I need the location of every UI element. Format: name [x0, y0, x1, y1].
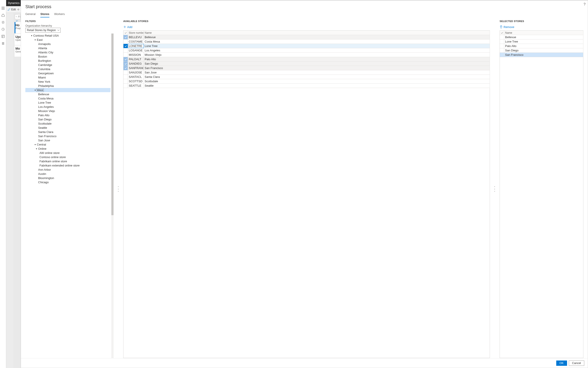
tree-node[interactable]: Lone Tree	[25, 101, 110, 105]
row-checkbox[interactable]	[123, 39, 128, 44]
tab-workers[interactable]: Workers	[54, 12, 65, 18]
row-checkbox[interactable]	[123, 70, 128, 74]
available-row[interactable]: LOSANGELos Angeles	[123, 48, 490, 53]
selected-row[interactable]: San Francisco	[500, 53, 583, 57]
nav-home-icon[interactable]	[0, 13, 6, 17]
row-checkbox[interactable]	[500, 44, 504, 48]
help-button[interactable]: ?	[584, 2, 586, 6]
row-checkbox[interactable]	[123, 48, 128, 53]
nav-favorite-icon[interactable]	[0, 20, 6, 24]
tree-node[interactable]: Bloomington	[25, 176, 110, 180]
tree-node[interactable]: Santa Clara	[25, 130, 110, 134]
tree-node[interactable]: Scottsdale	[25, 121, 110, 126]
tree-node[interactable]: Philadelphia	[25, 84, 110, 88]
selected-row[interactable]: Lone Tree	[500, 39, 583, 44]
tree-scrollbar-thumb[interactable]	[111, 34, 114, 215]
tree-node[interactable]: San Jose	[25, 138, 110, 142]
col-name[interactable]: Name	[504, 31, 583, 35]
org-hierarchy-dropdown[interactable]: Retail Stores by Region	[25, 28, 61, 33]
bg-card[interactable]: HoPrep	[15, 22, 21, 34]
row-checkbox[interactable]	[500, 39, 504, 44]
available-row[interactable]: MISSIONMission Viejo	[123, 53, 490, 57]
header-checkbox[interactable]	[500, 31, 504, 35]
tree-node[interactable]: Seattle	[25, 126, 110, 130]
tree-node[interactable]: Mission Viejo	[25, 109, 110, 113]
edit-button[interactable]: Edit	[8, 8, 16, 11]
tree-node[interactable]: Georgetown	[25, 71, 110, 75]
tab-stores[interactable]: Stores	[40, 12, 49, 18]
tree-node[interactable]: Annapolis	[25, 42, 110, 46]
tree-node[interactable]: Fabrikam extended online store	[25, 163, 110, 168]
tree-node[interactable]: Burlington	[25, 59, 110, 63]
row-checkbox[interactable]	[123, 62, 128, 66]
tree-node[interactable]: ▾Central	[25, 142, 110, 147]
bg-card[interactable]: UpcUpda	[15, 34, 21, 45]
nav-menu-icon[interactable]	[0, 6, 6, 10]
available-row[interactable]: SCOTTSDScottsdale	[123, 79, 490, 83]
available-row[interactable]: SANDIEGSan Diego	[123, 62, 490, 66]
nav-recent-icon[interactable]	[0, 27, 6, 31]
tree-node[interactable]: Contoso online store	[25, 155, 110, 159]
available-row[interactable]: LONETRELone Tree	[123, 44, 490, 48]
tree-node[interactable]: Miami	[25, 75, 110, 80]
tree-scrollbar[interactable]	[111, 34, 114, 358]
col-store-number[interactable]: Store number	[128, 31, 144, 35]
tree-node[interactable]: ▾Contoso Retail USA	[25, 34, 110, 38]
plus-icon[interactable]	[17, 8, 20, 11]
add-button[interactable]: Add	[123, 24, 490, 29]
splitter-right[interactable]	[494, 20, 496, 358]
row-checkbox[interactable]	[123, 35, 128, 39]
available-row[interactable]: SEATTLESeattle	[123, 83, 490, 88]
available-row[interactable]: SANTACLSanta Clara	[123, 75, 490, 79]
row-checkbox[interactable]	[500, 48, 504, 53]
col-name[interactable]: Name	[144, 31, 490, 35]
nav-list-icon[interactable]	[0, 41, 6, 46]
available-row[interactable]: PALOALTPalo Alto	[123, 57, 490, 62]
tree-node[interactable]: Boston	[25, 55, 110, 59]
tree-node[interactable]: ▾Online	[25, 147, 110, 151]
org-hierarchy-tree[interactable]: ▾Contoso Retail USA▾EastAnnapolisAtlanta…	[25, 34, 114, 358]
tab-general[interactable]: General	[25, 12, 36, 18]
cancel-button[interactable]: Cancel	[569, 360, 584, 366]
row-checkbox[interactable]	[123, 53, 128, 57]
header-checkbox[interactable]	[123, 31, 128, 35]
tree-node[interactable]: Costa Mesa	[25, 96, 110, 101]
selected-row[interactable]: Palo Alto	[500, 44, 583, 48]
nav-workspaces-icon[interactable]	[0, 34, 6, 38]
row-checkbox[interactable]	[123, 75, 128, 79]
tree-node[interactable]: Austin	[25, 172, 110, 176]
row-checkbox[interactable]	[123, 83, 128, 88]
tree-node[interactable]: Atlantic City	[25, 50, 110, 55]
row-checkbox[interactable]	[123, 57, 128, 61]
tree-node[interactable]: Ann Arbor	[25, 168, 110, 172]
available-row[interactable]: SANFRANCISSan Francisco	[123, 66, 490, 70]
tree-node[interactable]: Cambridge	[25, 63, 110, 67]
row-checkbox[interactable]	[500, 35, 504, 39]
remove-button[interactable]: Remove	[500, 24, 583, 29]
available-row[interactable]: SANJOSESan Jose	[123, 70, 490, 75]
row-checkbox[interactable]	[123, 79, 128, 83]
row-checkbox[interactable]	[500, 53, 504, 57]
bg-search-input[interactable]: Fi	[15, 14, 20, 19]
tree-node[interactable]: AW online store	[25, 151, 110, 155]
tree-node[interactable]: San Francisco	[25, 134, 110, 138]
tree-node[interactable]: Palo Alto	[25, 113, 110, 117]
tree-node[interactable]: Chicago	[25, 180, 110, 184]
bg-card[interactable]: MoGene	[15, 46, 21, 57]
row-checkbox[interactable]	[123, 66, 128, 70]
tree-node[interactable]: Atlanta	[25, 46, 110, 50]
tree-node[interactable]: Bellevue	[25, 92, 110, 96]
tree-node[interactable]: Columbia	[25, 67, 110, 71]
tree-node[interactable]: San Diego	[25, 117, 110, 121]
tree-node[interactable]: New York	[25, 80, 110, 84]
splitter-left[interactable]	[118, 20, 119, 358]
available-row[interactable]: BELLEVUBellevue	[123, 35, 490, 39]
ok-button[interactable]: OK	[556, 360, 567, 366]
tree-node[interactable]: Los Angeles	[25, 105, 110, 109]
tree-node[interactable]: ▾West	[25, 88, 110, 92]
selected-row[interactable]: San Diego	[500, 48, 583, 53]
tree-node[interactable]: ▾East	[25, 38, 110, 42]
available-row[interactable]: COSTAMECosta Mesa	[123, 39, 490, 44]
row-checkbox[interactable]	[123, 44, 128, 48]
tree-node[interactable]: Fabrikam online store	[25, 159, 110, 163]
